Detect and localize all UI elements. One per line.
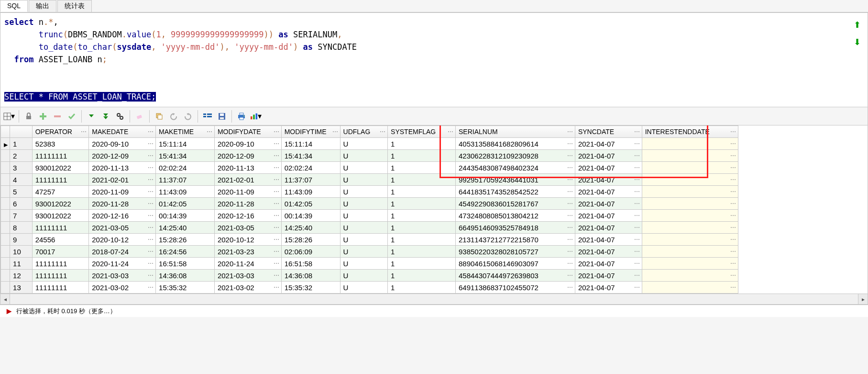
cell-maketime[interactable]: 15:28:26: [156, 234, 215, 246]
cell-udflag[interactable]: U: [340, 150, 388, 162]
cell-serialnum[interactable]: 66495146093525784918: [455, 222, 575, 234]
col-makedate[interactable]: MAKEDATE: [89, 126, 156, 138]
table-row[interactable]: 39300120222020-11-1302:02:242020-11-1302…: [1, 162, 738, 174]
delete-row-icon[interactable]: [52, 111, 63, 122]
cell-modifytime[interactable]: 15:41:34: [281, 150, 340, 162]
cell-operator[interactable]: 11111111: [32, 282, 89, 294]
cell-operator[interactable]: 52383: [32, 138, 89, 150]
add-row-icon[interactable]: [37, 111, 49, 122]
table-row[interactable]: 79300120222020-12-1600:14:392020-12-1600…: [1, 210, 738, 222]
cell-systemflag[interactable]: 1: [388, 270, 456, 282]
cell-operator[interactable]: 930012022: [32, 198, 89, 210]
table-row[interactable]: 69300120222020-11-2801:42:052020-11-2801…: [1, 198, 738, 210]
cell-modifytime[interactable]: 02:06:09: [281, 246, 340, 258]
cell-serialnum[interactable]: 93850220328028105727: [455, 246, 575, 258]
col-syncdate[interactable]: SYNCDATE: [575, 126, 642, 138]
cell-interestend[interactable]: [642, 258, 738, 270]
result-grid-wrapper[interactable]: OPERATOR MAKEDATE MAKETIME MODIFYDATE MO…: [0, 125, 868, 294]
cell-makedate[interactable]: 2020-12-09: [89, 150, 156, 162]
eraser-icon[interactable]: [134, 111, 145, 122]
cell-makedate[interactable]: 2021-03-03: [89, 270, 156, 282]
row-gutter[interactable]: [1, 210, 10, 222]
table-row[interactable]: 10700172018-07-2416:24:562021-03-2302:06…: [1, 246, 738, 258]
cell-modifydate[interactable]: 2021-03-05: [214, 222, 281, 234]
cell-serialnum[interactable]: 47324808085013804212: [455, 210, 575, 222]
row-gutter[interactable]: [1, 162, 10, 174]
cell-interestend[interactable]: [642, 198, 738, 210]
col-maketime[interactable]: MAKETIME: [156, 126, 215, 138]
cell-interestend[interactable]: [642, 150, 738, 162]
cell-udflag[interactable]: U: [340, 174, 388, 186]
cell-modifydate[interactable]: 2020-11-28: [214, 198, 281, 210]
cell-makedate[interactable]: 2020-11-24: [89, 258, 156, 270]
scroll-left-icon[interactable]: ◂: [0, 294, 10, 304]
cell-serialnum[interactable]: 64911386837102455072: [455, 282, 575, 294]
col-modifytime[interactable]: MODIFYTIME: [281, 126, 340, 138]
cell-modifydate[interactable]: 2020-09-10: [214, 138, 281, 150]
cell-syncdate[interactable]: 2021-04-07: [575, 150, 642, 162]
cell-serialnum[interactable]: 45492290836015281767: [455, 198, 575, 210]
cell-systemflag[interactable]: 1: [388, 258, 456, 270]
cell-serialnum[interactable]: 88904615068146903097: [455, 258, 575, 270]
cell-systemflag[interactable]: 1: [388, 282, 456, 294]
cell-syncdate[interactable]: 2021-04-07: [575, 162, 642, 174]
row-gutter[interactable]: [1, 246, 10, 258]
row-gutter[interactable]: ▶: [1, 138, 10, 150]
cell-operator[interactable]: 11111111: [32, 222, 89, 234]
print-icon[interactable]: [236, 111, 247, 122]
table-row[interactable]: 11111111112020-11-2416:51:582020-11-2416…: [1, 258, 738, 270]
cell-interestend[interactable]: [642, 270, 738, 282]
cell-udflag[interactable]: U: [340, 210, 388, 222]
cell-operator[interactable]: 930012022: [32, 210, 89, 222]
redo-icon[interactable]: [182, 111, 194, 122]
cell-modifydate[interactable]: 2020-11-13: [214, 162, 281, 174]
cell-maketime[interactable]: 16:51:58: [156, 258, 215, 270]
cell-makedate[interactable]: 2020-10-12: [89, 234, 156, 246]
cell-operator[interactable]: 47257: [32, 186, 89, 198]
cell-systemflag[interactable]: 1: [388, 222, 456, 234]
cell-maketime[interactable]: 15:41:34: [156, 150, 215, 162]
cell-modifytime[interactable]: 15:28:26: [281, 234, 340, 246]
col-serialnum[interactable]: SERIALNUM: [455, 126, 575, 138]
cell-udflag[interactable]: U: [340, 222, 388, 234]
cell-maketime[interactable]: 02:02:24: [156, 162, 215, 174]
table-row[interactable]: 5472572020-11-0911:43:092020-11-0911:43:…: [1, 186, 738, 198]
row-gutter[interactable]: [1, 150, 10, 162]
cell-serialnum[interactable]: 64418351743528542522: [455, 186, 575, 198]
cell-syncdate[interactable]: 2021-04-07: [575, 222, 642, 234]
row-gutter[interactable]: [1, 222, 10, 234]
cell-udflag[interactable]: U: [340, 186, 388, 198]
selected-sql[interactable]: SELECT * FROM ASSET_LOAN_TRACE;: [4, 92, 156, 102]
cell-interestend[interactable]: [642, 210, 738, 222]
cell-makedate[interactable]: 2018-07-24: [89, 246, 156, 258]
cell-maketime[interactable]: 11:37:07: [156, 174, 215, 186]
table-row[interactable]: 9245562020-10-1215:28:262020-10-1215:28:…: [1, 234, 738, 246]
cell-modifydate[interactable]: 2020-12-09: [214, 150, 281, 162]
cell-syncdate[interactable]: 2021-04-07: [575, 198, 642, 210]
cell-syncdate[interactable]: 2021-04-07: [575, 270, 642, 282]
cell-interestend[interactable]: [642, 174, 738, 186]
table-row[interactable]: 2111111112020-12-0915:41:342020-12-0915:…: [1, 150, 738, 162]
cell-serialnum[interactable]: 42306228312109230928: [455, 150, 575, 162]
cell-udflag[interactable]: U: [340, 198, 388, 210]
nav-down-icon[interactable]: ⬇: [854, 37, 861, 47]
cell-modifydate[interactable]: 2020-10-12: [214, 234, 281, 246]
cell-modifydate[interactable]: 2020-12-16: [214, 210, 281, 222]
cell-udflag[interactable]: U: [340, 246, 388, 258]
row-gutter[interactable]: [1, 258, 10, 270]
table-row[interactable]: 12111111112021-03-0314:36:082021-03-0314…: [1, 270, 738, 282]
cell-modifytime[interactable]: 14:25:40: [281, 222, 340, 234]
cell-interestend[interactable]: [642, 138, 738, 150]
scroll-right-icon[interactable]: ▸: [858, 294, 868, 304]
cell-modifytime[interactable]: 11:37:07: [281, 174, 340, 186]
cell-operator[interactable]: 24556: [32, 234, 89, 246]
tab-output[interactable]: 输出: [29, 0, 56, 12]
col-interestend[interactable]: INTERESTENDDATE: [642, 126, 738, 138]
cell-modifydate[interactable]: 2021-03-02: [214, 282, 281, 294]
fetch-all-icon[interactable]: [100, 111, 111, 122]
cell-udflag[interactable]: U: [340, 234, 388, 246]
cell-systemflag[interactable]: 1: [388, 174, 456, 186]
cell-udflag[interactable]: U: [340, 282, 388, 294]
cell-makedate[interactable]: 2021-02-01: [89, 174, 156, 186]
cell-maketime[interactable]: 16:24:56: [156, 246, 215, 258]
